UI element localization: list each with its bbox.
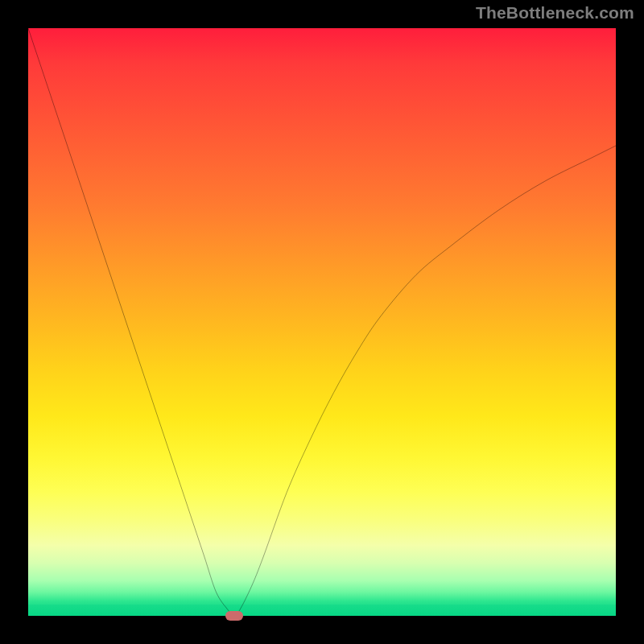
chart-frame: TheBottleneck.com bbox=[0, 0, 644, 644]
watermark-text: TheBottleneck.com bbox=[476, 3, 634, 23]
plot-area bbox=[28, 28, 616, 616]
bottleneck-curve bbox=[28, 28, 616, 616]
optimum-marker bbox=[225, 611, 243, 621]
